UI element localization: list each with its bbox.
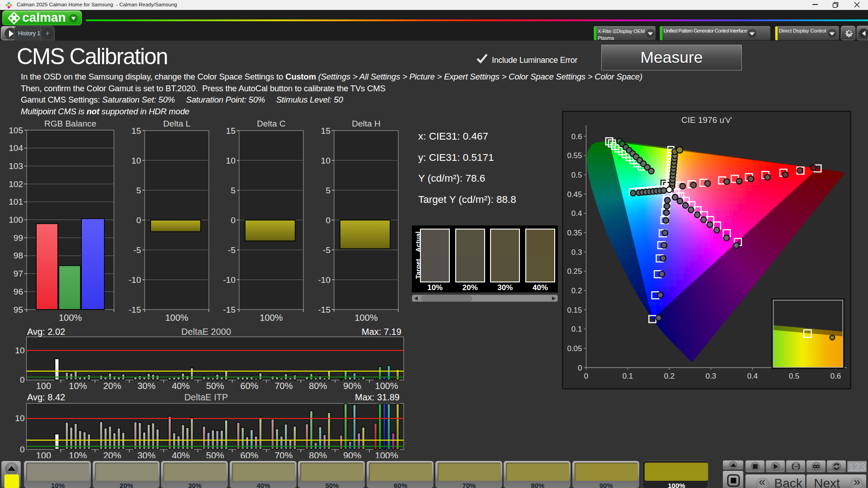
svg-text:-10: -10	[223, 275, 236, 285]
svg-text:0.5: 0.5	[571, 171, 582, 179]
svg-text:-5: -5	[228, 245, 236, 255]
svg-text:30%: 30%	[137, 381, 156, 391]
svg-text:90%: 90%	[343, 381, 361, 391]
svg-text:15: 15	[321, 126, 330, 136]
svg-text:-15: -15	[318, 305, 330, 314]
svg-text:RGB Balance: RGB Balance	[44, 119, 96, 128]
svg-text:0.3: 0.3	[571, 248, 582, 257]
svg-text:15: 15	[132, 126, 141, 136]
svg-text:100%: 100%	[59, 313, 82, 323]
svg-text:0.3: 0.3	[706, 372, 717, 380]
svg-text:0.6: 0.6	[571, 132, 582, 141]
svg-text:97: 97	[14, 269, 23, 278]
svg-text:10: 10	[132, 156, 141, 165]
svg-text:80%: 80%	[309, 381, 327, 391]
svg-text:0.2: 0.2	[571, 286, 582, 295]
svg-text:100: 100	[9, 215, 23, 225]
svg-text:5: 5	[326, 186, 330, 195]
svg-text:99: 99	[14, 233, 23, 243]
svg-text:-15: -15	[223, 305, 236, 314]
svg-text:15: 15	[226, 126, 236, 136]
svg-text:105: 105	[9, 126, 23, 135]
svg-text:0: 0	[136, 216, 141, 225]
svg-text:102: 102	[9, 179, 23, 189]
svg-text:98: 98	[14, 251, 23, 260]
svg-text:100%: 100%	[375, 381, 398, 391]
svg-text:-15: -15	[129, 305, 141, 314]
svg-text:10: 10	[226, 156, 236, 165]
svg-text:96: 96	[14, 287, 23, 296]
svg-text:0: 0	[578, 364, 582, 372]
svg-text:Delta L: Delta L	[163, 119, 190, 128]
svg-text:40%: 40%	[172, 381, 190, 391]
svg-text:0: 0	[20, 445, 25, 454]
svg-text:0.4: 0.4	[747, 372, 758, 380]
svg-text:0.1: 0.1	[623, 372, 633, 380]
svg-text:0: 0	[584, 372, 588, 380]
svg-text:-5: -5	[133, 245, 141, 255]
svg-text:10%: 10%	[69, 381, 87, 391]
svg-text:Delta H: Delta H	[352, 119, 380, 128]
svg-text:104: 104	[9, 143, 23, 153]
svg-text:100%: 100%	[259, 313, 283, 323]
svg-text:100: 100	[36, 381, 51, 391]
svg-text:0.6: 0.6	[830, 372, 841, 380]
svg-text:5: 5	[231, 186, 236, 195]
svg-text:-10: -10	[318, 275, 330, 285]
svg-text:10: 10	[15, 413, 24, 423]
svg-text:0.2: 0.2	[664, 372, 675, 380]
svg-text:-5: -5	[323, 245, 330, 255]
svg-text:-10: -10	[129, 275, 141, 285]
svg-text:Delta C: Delta C	[257, 119, 285, 128]
svg-text:0.25: 0.25	[567, 267, 582, 276]
svg-text:10: 10	[15, 346, 24, 355]
svg-text:103: 103	[9, 161, 23, 171]
svg-text:20%: 20%	[103, 381, 121, 391]
svg-text:95: 95	[14, 305, 23, 314]
svg-text:50%: 50%	[206, 381, 224, 391]
svg-text:100%: 100%	[165, 313, 188, 323]
svg-text:100%: 100%	[354, 313, 377, 323]
svg-text:0: 0	[326, 216, 330, 225]
svg-text:0.5: 0.5	[789, 372, 800, 380]
svg-text:10: 10	[321, 156, 330, 165]
svg-text:60%: 60%	[241, 381, 259, 391]
svg-text:70%: 70%	[274, 381, 292, 391]
svg-text:0.1: 0.1	[571, 325, 582, 333]
svg-text:0.05: 0.05	[567, 344, 582, 353]
svg-text:0: 0	[231, 216, 236, 225]
svg-text:0.15: 0.15	[567, 306, 582, 314]
svg-text:5: 5	[136, 186, 141, 195]
svg-text:CIE 1976 u'v': CIE 1976 u'v'	[681, 115, 732, 125]
svg-text:101: 101	[9, 197, 23, 206]
svg-text:0.55: 0.55	[567, 151, 582, 160]
svg-text:0.35: 0.35	[567, 229, 582, 237]
svg-text:0: 0	[20, 375, 25, 385]
svg-text:0.4: 0.4	[571, 209, 582, 218]
svg-text:0.45: 0.45	[567, 190, 582, 199]
